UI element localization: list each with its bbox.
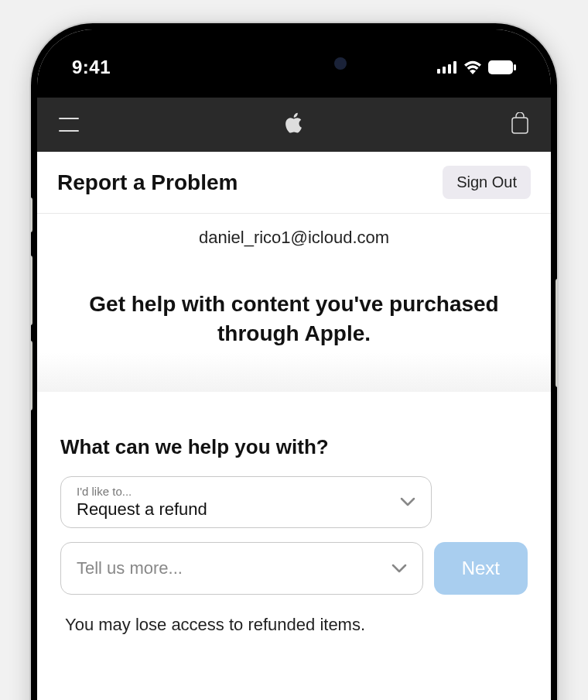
battery-icon xyxy=(488,60,516,74)
svg-rect-3 xyxy=(453,61,456,74)
dynamic-island xyxy=(224,45,364,82)
next-button[interactable]: Next xyxy=(434,542,528,595)
help-banner: Get help with content you've purchased t… xyxy=(37,262,551,392)
power-button xyxy=(556,279,557,387)
reason-placeholder: Tell us more... xyxy=(77,558,183,578)
content-area: Report a Problem Sign Out daniel_rico1@i… xyxy=(37,152,551,635)
svg-rect-0 xyxy=(437,69,440,74)
front-camera-icon xyxy=(334,57,347,70)
action-select-label: I'd like to... xyxy=(77,485,207,498)
volume-up-button xyxy=(31,256,32,325)
side-button xyxy=(31,197,32,232)
svg-rect-2 xyxy=(448,64,451,74)
sign-out-button[interactable]: Sign Out xyxy=(443,166,531,199)
user-email: daniel_rico1@icloud.com xyxy=(37,214,551,262)
volume-down-button xyxy=(31,341,32,410)
svg-rect-1 xyxy=(443,67,446,74)
apple-logo-icon[interactable] xyxy=(285,112,303,137)
svg-rect-5 xyxy=(514,64,516,70)
svg-rect-6 xyxy=(512,118,528,133)
status-time: 9:41 xyxy=(72,57,111,78)
cellular-icon xyxy=(437,61,457,74)
disclaimer-text: You may lose access to refunded items. xyxy=(60,615,528,635)
status-icons xyxy=(437,60,516,74)
menu-button[interactable] xyxy=(59,118,79,132)
svg-rect-4 xyxy=(488,60,513,74)
banner-heading: Get help with content you've purchased t… xyxy=(84,290,504,348)
action-select[interactable]: I'd like to... Request a refund xyxy=(60,476,432,528)
phone-frame: 9:41 xyxy=(31,23,557,700)
reason-row: Tell us more... Next xyxy=(60,542,528,595)
action-select-value: Request a refund xyxy=(77,499,207,520)
page-title: Report a Problem xyxy=(57,170,238,195)
shopping-bag-button[interactable] xyxy=(511,112,529,137)
form-heading: What can we help you with? xyxy=(60,435,528,459)
form-section: What can we help you with? I'd like to..… xyxy=(37,392,551,635)
chevron-down-icon xyxy=(391,564,407,573)
phone-screen: 9:41 xyxy=(37,29,551,700)
header-row: Report a Problem Sign Out xyxy=(37,152,551,214)
chevron-down-icon xyxy=(400,497,415,506)
nav-bar xyxy=(37,98,551,152)
reason-select[interactable]: Tell us more... xyxy=(60,542,423,595)
wifi-icon xyxy=(463,60,482,74)
